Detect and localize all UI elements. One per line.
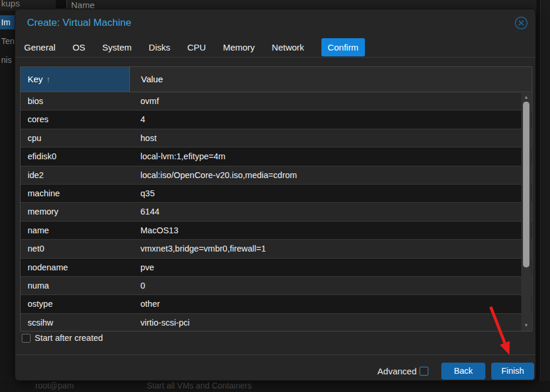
row-key: ostype [21,295,130,313]
sidebar-item-fragment: nis [0,53,15,67]
row-key: numa [21,277,130,294]
scroll-up-icon[interactable]: ▲ [521,94,531,101]
row-value: host [130,129,532,147]
row-value: local:iso/OpenCore-v20.iso,media=cdrom [130,166,532,184]
row-value: pve [130,259,532,276]
value-column-header[interactable]: Value [130,67,532,92]
tab-memory[interactable]: Memory [223,38,254,56]
start-all-vms-label: Start all VMs and Containers [147,381,251,390]
row-value: vmxnet3,bridge=vmbr0,firewall=1 [130,240,532,257]
sidebar-item-fragment: Ten [0,34,15,48]
row-value: 4 [130,110,532,128]
row-value: ovmf [130,92,532,110]
table-row[interactable]: cpu host [21,129,532,148]
table-row[interactable]: name MacOS13 [21,222,532,240]
row-value: 0 [130,277,532,294]
start-after-created-checkbox[interactable]: Start after created [22,333,103,343]
row-key: name [21,222,130,239]
dialog-footer: Advanced Back Finish [377,362,534,380]
tab-general[interactable]: General [24,38,55,56]
advanced-checkbox[interactable] [420,367,428,376]
vertical-scrollbar[interactable]: ▲ ▼ [521,93,531,331]
table-body: bios ovmf cores 4 cpu host efidisk0 loca… [21,92,532,331]
table-row[interactable]: efidisk0 local-lvm:1,efitype=4m [21,148,532,166]
key-column-header[interactable]: Key↑ [21,67,130,92]
key-column-label: Key [28,74,43,84]
tab-cpu[interactable]: CPU [187,38,206,56]
start-after-created-label: Start after created [35,333,103,343]
column-edge-block [56,0,66,8]
tab-network[interactable]: Network [272,38,304,56]
table-row[interactable]: machine q35 [21,185,532,203]
table-row[interactable]: net0 vmxnet3,bridge=vmbr0,firewall=1 [21,240,532,258]
background-right-strip [536,0,550,392]
checkbox-icon[interactable] [22,334,31,343]
tab-confirm[interactable]: Confirm [321,38,365,56]
proxmox-screen: kups Name ImTennis root@pam Start all VM… [0,0,550,392]
table-row[interactable]: ostype other [21,295,532,313]
row-key: nodename [21,259,130,276]
row-key: ide2 [21,166,130,184]
close-icon[interactable] [514,16,528,30]
tab-divider [15,57,535,58]
table-row[interactable]: memory 6144 [21,203,532,221]
row-value: virtio-scsi-pci [130,314,532,331]
table-row[interactable]: numa 0 [21,277,532,295]
table-row[interactable]: nodename pve [21,259,532,277]
row-value: MacOS13 [130,222,532,239]
right-panel [541,0,550,392]
row-value: 6144 [130,203,532,220]
confirm-settings-table: Key↑ Value bios ovmf cores 4 cpu host ef… [20,66,532,331]
row-key: net0 [21,240,130,257]
row-key: bios [21,92,130,110]
tab-bar: GeneralOSSystemDisksCPUMemoryNetworkConf… [24,38,365,57]
background-bottom-strip: root@pam Start all VMs and Containers [0,381,550,392]
row-key: scsihw [21,314,130,331]
row-value: local-lvm:1,efitype=4m [130,148,532,165]
table-header: Key↑ Value [21,67,532,92]
logged-in-user: root@pam [35,381,74,390]
tab-disks[interactable]: Disks [149,38,170,56]
advanced-label: Advanced [377,366,417,376]
tab-system[interactable]: System [102,38,132,56]
table-row[interactable]: bios ovmf [21,92,532,110]
sidebar-fragments: ImTennis [0,15,15,72]
sidebar-fragment-backups: kups [1,0,20,8]
footer-divider [15,354,535,355]
row-key: cpu [21,129,130,147]
row-key: efidisk0 [21,148,130,165]
row-value: q35 [130,185,532,202]
finish-button[interactable]: Finish [491,363,534,380]
table-row[interactable]: ide2 local:iso/OpenCore-v20.iso,media=cd… [21,166,532,185]
dialog-title: Create: Virtual Machine [27,17,131,29]
row-key: memory [21,203,130,220]
tab-os[interactable]: OS [72,38,85,56]
table-row[interactable]: scsihw virtio-scsi-pci [21,314,532,331]
row-key: cores [21,110,130,128]
sort-ascending-icon: ↑ [46,75,51,84]
back-button[interactable]: Back [441,363,485,380]
scroll-down-icon[interactable]: ▼ [521,322,531,329]
row-key: machine [21,185,130,202]
create-vm-dialog: Create: Virtual Machine GeneralOSSystemD… [15,9,536,381]
table-row[interactable]: cores 4 [21,110,532,129]
row-value: other [130,295,532,313]
scrollbar-thumb[interactable] [523,102,529,267]
sidebar-item-fragment: Im [0,15,15,29]
